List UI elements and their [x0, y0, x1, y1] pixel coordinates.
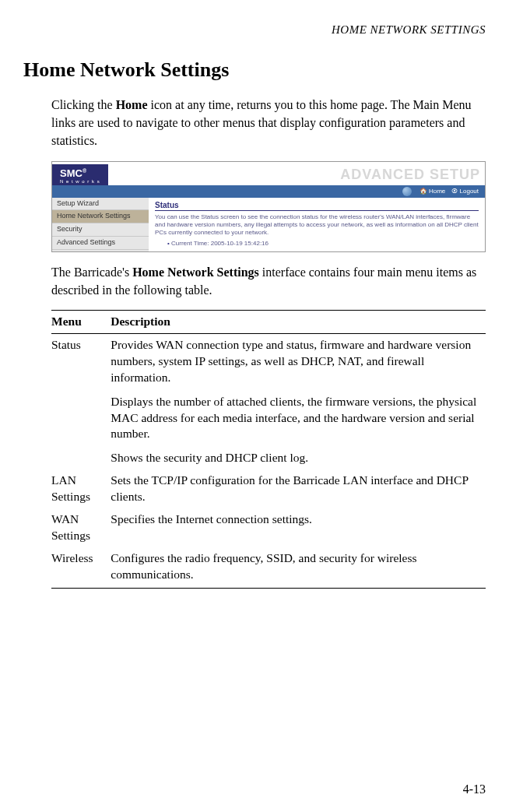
td-menu: WAN Settings: [51, 508, 111, 547]
intro-bold: Home: [116, 98, 148, 111]
td-description: Configures the radio frequency, SSID, an…: [111, 547, 486, 588]
ss-bluebar: 🏠 Home ⦿ Logout: [52, 185, 485, 198]
nav-logout-text: Logout: [460, 188, 479, 195]
desc-paragraph: Shows the security and DHCP client log.: [111, 450, 479, 466]
sidebar-item-home-network[interactable]: Home Network Settings: [52, 210, 149, 223]
intro-paragraph: Clicking the Home icon at any time, retu…: [51, 96, 486, 150]
td-menu: LAN Settings: [51, 469, 111, 508]
ss-sidebar: Setup Wizard Home Network Settings Secur…: [52, 198, 149, 251]
ss-status-desc: You can use the Status screen to see the…: [155, 213, 479, 237]
nav-home-text: Home: [429, 188, 445, 195]
intro-text-before: Clicking the: [51, 98, 116, 111]
td-description: Specifies the Internet connection settin…: [111, 508, 486, 547]
nav-logout-link[interactable]: ⦿ Logout: [451, 188, 479, 195]
desc-paragraph: Sets the TCP/IP configuration for the Ba…: [111, 473, 479, 505]
table-row: StatusProvides WAN connection type and s…: [51, 333, 486, 469]
ss-main-panel: Status You can use the Status screen to …: [149, 198, 485, 251]
after-ss-before: The Barricade's: [51, 265, 132, 279]
td-menu: Wireless: [51, 547, 111, 588]
sidebar-item-security[interactable]: Security: [52, 223, 149, 237]
menu-description-table: Menu Description StatusProvides WAN conn…: [51, 310, 486, 589]
logo-registered: ®: [82, 167, 86, 173]
after-ss-bold: Home Network Settings: [132, 265, 259, 279]
running-header: HOME NETWORK SETTINGS: [23, 23, 486, 37]
td-description: Provides WAN connection type and status,…: [111, 333, 486, 469]
logo-text: SMC: [60, 167, 82, 179]
desc-paragraph: Provides WAN connection type and status,…: [111, 337, 479, 386]
th-description: Description: [111, 310, 486, 333]
embedded-screenshot: SMC® N e t w o r k s ADVANCED SETUP 🏠 Ho…: [51, 161, 486, 252]
advanced-setup-label: ADVANCED SETUP: [340, 167, 480, 185]
ss-topbar: SMC® N e t w o r k s ADVANCED SETUP: [52, 162, 485, 185]
nav-home-link[interactable]: 🏠 Home: [419, 188, 446, 195]
smc-logo: SMC® N e t w o r k s: [52, 164, 108, 185]
ss-current-time: Current Time: 2005-10-19 15:42:16: [167, 240, 479, 247]
after-screenshot-paragraph: The Barricade's Home Network Settings in…: [51, 263, 486, 299]
desc-paragraph: Configures the radio frequency, SSID, an…: [111, 550, 479, 583]
sidebar-item-advanced[interactable]: Advanced Settings: [52, 237, 149, 250]
table-row: WirelessConfigures the radio frequency, …: [51, 547, 486, 588]
logo-subtext: N e t w o r k s: [60, 179, 100, 184]
table-row: LAN SettingsSets the TCP/IP configuratio…: [51, 469, 486, 508]
td-description: Sets the TCP/IP configuration for the Ba…: [111, 469, 486, 508]
ss-status-title: Status: [155, 201, 479, 211]
td-menu: Status: [51, 333, 111, 469]
sidebar-item-setup-wizard[interactable]: Setup Wizard: [52, 198, 149, 211]
desc-paragraph: Displays the number of attached clients,…: [111, 394, 479, 443]
desc-paragraph: Specifies the Internet connection settin…: [111, 511, 479, 528]
th-menu: Menu: [51, 310, 111, 333]
globe-icon: [402, 187, 412, 196]
page-number: 4-13: [463, 782, 486, 796]
page-title: Home Network Settings: [23, 58, 486, 82]
table-row: WAN SettingsSpecifies the Internet conne…: [51, 508, 486, 547]
